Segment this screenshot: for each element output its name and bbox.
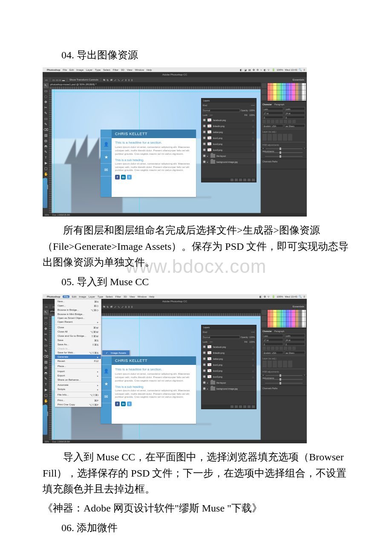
mac-menu-layer[interactable]: Layer — [86, 69, 92, 71]
visibility-icon[interactable] — [203, 357, 206, 360]
mac-menu-help[interactable]: Help — [149, 295, 154, 298]
mac-menu-image[interactable]: Image — [79, 295, 86, 298]
visibility-icon[interactable] — [203, 154, 206, 157]
marquee-tool-icon[interactable]: ▭ — [43, 315, 49, 321]
mac-menu-edit[interactable]: Edit — [72, 295, 76, 298]
layer-item[interactable]: facebook.png△ — [202, 344, 256, 350]
layer-item[interactable]: icon3.png△ — [202, 147, 256, 153]
tab-paragraph[interactable]: Paragraph — [274, 103, 284, 106]
ps-right-panels[interactable]: Character Paragraph LatoLight 17 pt24 pt… — [261, 309, 307, 440]
leading-field[interactable]: 24 pt — [285, 338, 306, 341]
font-size-field[interactable]: 17 pt — [262, 338, 283, 341]
new-layer-icon[interactable] — [248, 405, 251, 408]
layers-footer[interactable] — [202, 405, 256, 409]
linkedin-icon[interactable]: in — [121, 402, 126, 406]
layer-list[interactable]: facebook.png△ linkedin.png△ twitter.png△… — [202, 117, 256, 178]
mac-menu-filter[interactable]: Filter — [113, 69, 118, 71]
visibility-icon[interactable] — [203, 130, 206, 133]
tab-character[interactable]: Character — [262, 330, 272, 332]
type-style-icons[interactable] — [262, 120, 305, 123]
visibility-icon[interactable] — [203, 136, 206, 139]
swatches-panel[interactable] — [261, 82, 307, 102]
layer-group[interactable]: ▸the-layout — [202, 380, 256, 386]
swatches-grid[interactable] — [268, 83, 306, 101]
layer-group[interactable]: ▸background-image.jpg — [202, 386, 256, 392]
layers-tab[interactable]: Layers — [202, 98, 256, 103]
wand-tool-icon[interactable]: ✥ — [43, 327, 49, 332]
visibility-icon[interactable] — [203, 148, 206, 151]
menu-item-mini-bridge[interactable]: Browse in Mini Bridge... — [55, 312, 101, 316]
adjustment-icons[interactable] — [262, 361, 305, 364]
mac-menu-image[interactable]: Image — [76, 69, 84, 71]
mac-menu-window[interactable]: Window — [138, 295, 147, 298]
stamp-tool-icon[interactable]: ⌫ — [43, 354, 49, 359]
panel-tab-icon[interactable] — [262, 89, 267, 94]
status-icon[interactable]: ◧ — [240, 68, 242, 71]
adjustment-icons[interactable] — [262, 364, 305, 367]
mac-menu-view[interactable]: View — [127, 69, 133, 71]
layers-tab[interactable]: Layers — [202, 325, 256, 330]
layer-item[interactable]: icon2.png△ — [202, 368, 256, 374]
lasso-tool-icon[interactable]: ◌ — [43, 94, 49, 99]
trash-icon[interactable] — [252, 405, 255, 408]
twitter-icon[interactable]: t — [127, 402, 132, 406]
type-style-icons[interactable] — [262, 347, 305, 350]
mac-menu-file[interactable]: File — [63, 295, 69, 298]
menu-item-print-one[interactable]: Print One Copy⌥⇧⌘P — [55, 402, 101, 407]
character-panel[interactable]: Character Paragraph LatoLight 17 pt24 pt… — [261, 329, 307, 376]
gradient-tool-icon[interactable]: ◍ — [43, 365, 49, 370]
layers-panel[interactable]: Layers Kind ▫▫▫▫▫ Normal Opacity: 100% L… — [201, 98, 257, 182]
type-tool-icon[interactable]: T — [43, 155, 49, 160]
marquee-tool-icon[interactable]: ▭ — [43, 89, 49, 94]
type-tool-icon[interactable]: T — [43, 382, 49, 387]
mac-menu-file[interactable]: File — [63, 69, 67, 71]
facebook-icon[interactable]: f — [115, 402, 120, 406]
pen-tool-icon[interactable]: ✎ — [43, 150, 49, 155]
menu-item-save-web[interactable]: Save for Web...⌥⇧⌘S — [55, 350, 101, 355]
fx-icon[interactable] — [235, 405, 238, 408]
character-panel[interactable]: Character Paragraph LatoLight 17 pt24 pt… — [261, 102, 307, 149]
menu-item-close[interactable]: Close⌘W — [55, 325, 101, 330]
menu-item-close-all[interactable]: Close All⌥⌘W — [55, 330, 101, 334]
move-tool-icon[interactable]: ↖ — [43, 310, 49, 315]
font-family-select[interactable]: Lato — [262, 334, 283, 337]
swatches-grid[interactable] — [268, 310, 306, 327]
menu-item-browse-bridge[interactable]: Browse in Bridge...⌥⌘O — [55, 308, 101, 312]
heal-tool-icon[interactable]: ▭ — [43, 343, 49, 348]
aa-select[interactable]: aa Sharp — [285, 124, 306, 127]
mac-menu-layer[interactable]: Layer — [89, 295, 95, 298]
layer-item[interactable]: icon1.png△ — [202, 135, 256, 141]
mac-menu-3d[interactable]: 3D — [124, 295, 127, 298]
visibility-icon[interactable] — [203, 345, 206, 348]
crop-tool-icon[interactable]: ✂ — [43, 105, 49, 110]
menu-item-print[interactable]: Print...⌘P — [55, 398, 101, 402]
layer-group[interactable]: ▸background-image.jpg — [202, 159, 256, 165]
tab-character[interactable]: Character — [262, 103, 272, 106]
gradient-tool-icon[interactable]: ◍ — [43, 139, 49, 144]
adjustments-mini[interactable]: Adjustments — [261, 149, 307, 159]
move-tool-icon[interactable]: ↖ — [43, 83, 49, 88]
tab-channels[interactable]: Channels Paths — [262, 160, 277, 163]
layers-footer[interactable] — [202, 178, 256, 182]
battery-icon[interactable]: 🔋 — [272, 295, 275, 298]
menu-extra-icon[interactable]: ≡ — [303, 69, 305, 71]
eyedropper-tool-icon[interactable]: ✎ — [43, 338, 49, 343]
layer-group[interactable]: ▸the-layout — [202, 153, 256, 159]
dodge-tool-icon[interactable]: ◓ — [43, 144, 49, 149]
menu-item-save-as[interactable]: Save As...⇧⌘S — [55, 342, 101, 347]
adjustments-mini[interactable]: Adjustments — [261, 376, 307, 386]
eraser-tool-icon[interactable]: ▨ — [43, 360, 49, 365]
tool-preset-icon[interactable]: ▭ — [45, 305, 48, 308]
rail-user-icon[interactable]: 👤 — [101, 365, 112, 378]
panel-tab-icon[interactable] — [262, 322, 267, 327]
tab-paragraph[interactable]: Paragraph — [274, 330, 284, 332]
linkedin-icon[interactable]: in — [121, 175, 126, 179]
menu-item-close-bridge[interactable]: Close and Go to Bridge...⇧⌘W — [55, 334, 101, 338]
menu-item-export[interactable]: Export▸ — [55, 373, 101, 378]
hand-tool-icon[interactable]: ✋ — [43, 399, 49, 404]
fill-value[interactable]: 100% — [249, 341, 255, 343]
zoom-level[interactable]: 50% — [45, 214, 49, 216]
path-tool-icon[interactable]: ▶ — [43, 387, 49, 393]
rail-mail-icon[interactable]: ✉ — [101, 164, 112, 176]
menu-item-automate[interactable]: Automate▸ — [55, 383, 101, 387]
